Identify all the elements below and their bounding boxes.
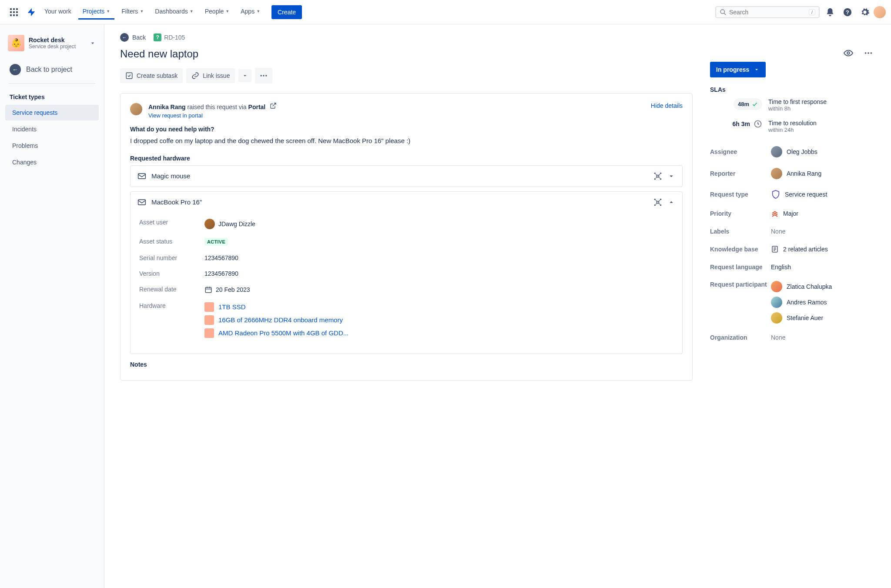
sidebar-item-changes[interactable]: Changes (5, 154, 99, 170)
version-value[interactable]: 1234567890 (204, 270, 673, 277)
project-subtitle: Service desk project (29, 43, 85, 50)
back-link[interactable]: ← Back (120, 33, 146, 42)
notifications-icon[interactable] (823, 5, 837, 19)
language-field[interactable]: English (771, 264, 875, 271)
svg-line-10 (724, 13, 726, 15)
chevron-down-icon[interactable] (89, 40, 96, 47)
issue-key-link[interactable]: ? RD-105 (154, 33, 185, 41)
hardware-card-header[interactable]: Magic mouse (131, 166, 682, 187)
app-switcher-icon[interactable] (7, 5, 21, 19)
organization-field[interactable]: None (771, 334, 875, 341)
nav-projects[interactable]: Projects▼ (78, 4, 115, 20)
user-avatar (204, 219, 215, 229)
nav-people[interactable]: People▼ (201, 4, 234, 20)
svg-point-43 (868, 52, 869, 54)
svg-rect-27 (138, 200, 146, 205)
request-channel: Portal (248, 104, 266, 110)
status-dropdown[interactable]: In progress (710, 62, 766, 77)
link-icon (191, 72, 199, 80)
project-header[interactable]: 👶 Rocket desk Service desk project (3, 33, 100, 58)
search-box[interactable]: / (715, 6, 820, 18)
svg-point-32 (660, 204, 661, 206)
priority-icon (771, 210, 779, 217)
user-avatar (771, 146, 782, 157)
product-logo-icon[interactable] (24, 5, 38, 19)
svg-text:?: ? (846, 9, 849, 15)
top-nav: Your work Projects▼ Filters▼ Dashboards▼… (0, 0, 891, 24)
sidebar-item-service-requests[interactable]: Service requests (5, 105, 99, 120)
back-to-project-link[interactable]: ← Back to project (3, 58, 100, 80)
hardware-field-label: Requested hardware (130, 155, 683, 162)
help-field-body[interactable]: I dropped coffe on my laptop and the dog… (130, 136, 683, 146)
article-icon (771, 245, 779, 253)
create-subtask-button[interactable]: Create subtask (120, 68, 183, 83)
more-actions-button[interactable] (255, 68, 272, 84)
more-icon (259, 71, 268, 80)
sidebar-item-incidents[interactable]: Incidents (5, 121, 99, 137)
svg-point-20 (660, 172, 661, 174)
view-in-portal-link[interactable]: View request in portal (148, 112, 645, 119)
link-issue-dropdown[interactable] (238, 69, 251, 82)
svg-point-19 (654, 172, 656, 174)
sidebar-section-label: Ticket types (3, 90, 100, 104)
status-badge: ACTIVE (204, 238, 228, 246)
link-issue-button[interactable]: Link issue (186, 68, 235, 83)
chevron-up-icon[interactable] (667, 198, 675, 206)
notes-label: Notes (130, 361, 683, 368)
svg-line-33 (656, 200, 657, 201)
svg-point-16 (266, 75, 267, 76)
nav-apps[interactable]: Apps▼ (236, 4, 265, 20)
hardware-card-header[interactable]: MacBook Pro 16" (131, 192, 682, 213)
participants-field[interactable]: Zlatica Chalupka Andres Ramos Stefanie A… (771, 281, 875, 324)
chevron-down-icon[interactable] (667, 172, 675, 180)
svg-point-14 (261, 75, 262, 76)
more-icon[interactable] (861, 46, 875, 60)
svg-rect-37 (205, 287, 211, 292)
requester-name: Annika Rang (148, 104, 186, 110)
sla-row: 48m Time to first responsewithin 8h (710, 98, 875, 112)
priority-field[interactable]: Major (771, 210, 875, 217)
svg-line-26 (659, 177, 660, 178)
serial-value[interactable]: 1234567890 (204, 254, 673, 261)
svg-rect-17 (138, 174, 146, 179)
search-input[interactable] (729, 9, 809, 16)
hide-details-link[interactable]: Hide details (651, 102, 683, 109)
check-icon (752, 101, 758, 107)
svg-rect-8 (16, 14, 18, 16)
svg-rect-2 (16, 8, 18, 10)
svg-point-15 (263, 75, 265, 76)
asset-user-value[interactable]: JDawg Dizzle (218, 220, 255, 227)
project-avatar: 👶 (8, 35, 24, 51)
node-icon[interactable] (653, 172, 662, 180)
labels-field[interactable]: None (771, 228, 875, 235)
svg-point-42 (865, 52, 867, 54)
profile-avatar[interactable] (874, 6, 886, 18)
hardware-link[interactable]: 16GB of 2666MHz DDR4 onboard memory (204, 315, 673, 325)
node-icon[interactable] (653, 198, 662, 207)
user-avatar (771, 312, 782, 324)
nav-your-work[interactable]: Your work (40, 4, 76, 20)
help-icon[interactable]: ? (841, 5, 854, 19)
search-icon (720, 9, 727, 16)
svg-line-24 (659, 174, 660, 175)
issue-type-icon: ? (154, 33, 161, 41)
hardware-link[interactable]: AMD Radeon Pro 5500M with 4GB of GDD... (204, 328, 673, 338)
hardware-link[interactable]: 1TB SSD (204, 302, 673, 312)
svg-point-22 (660, 178, 661, 180)
nav-filters[interactable]: Filters▼ (117, 4, 148, 20)
sidebar-item-problems[interactable]: Problems (5, 138, 99, 154)
chevron-down-icon (754, 67, 760, 73)
reporter-field[interactable]: Annika Rang (771, 168, 875, 179)
issue-title[interactable]: Need new laptop (120, 48, 693, 60)
external-link-icon[interactable] (270, 104, 277, 110)
knowledge-base-field[interactable]: 2 related articles (771, 245, 875, 253)
settings-icon[interactable] (858, 5, 872, 19)
back-arrow-icon: ← (10, 64, 21, 75)
request-type-field[interactable]: Service request (771, 190, 875, 199)
assignee-field[interactable]: Oleg Jobbs (771, 146, 875, 157)
nav-dashboards[interactable]: Dashboards▼ (151, 4, 198, 20)
svg-rect-3 (10, 11, 12, 13)
watch-icon[interactable] (841, 46, 855, 60)
create-button[interactable]: Create (271, 5, 302, 19)
renewal-value[interactable]: 20 Feb 2023 (216, 286, 250, 293)
